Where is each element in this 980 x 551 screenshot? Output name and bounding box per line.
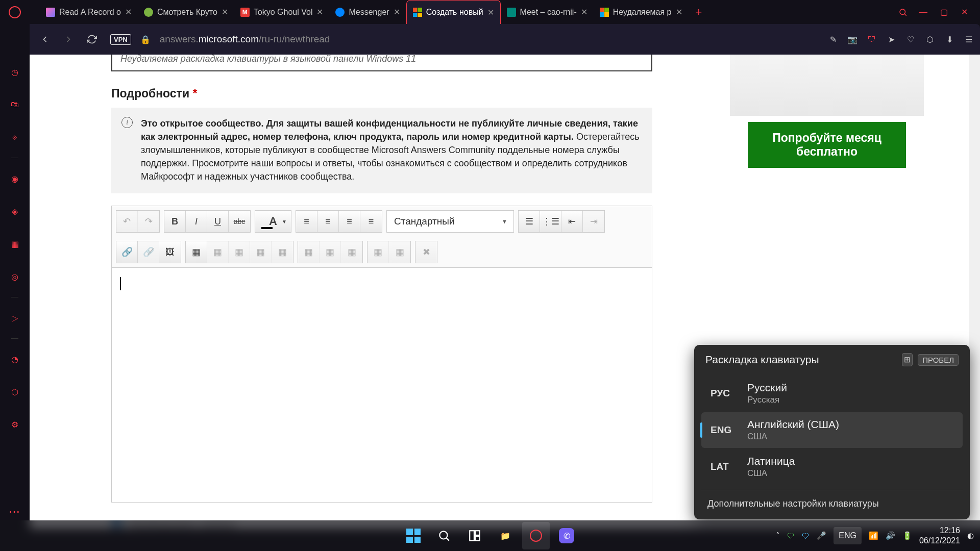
thread-title-input[interactable] xyxy=(111,55,652,71)
instagram-icon[interactable]: ◎ xyxy=(8,269,22,284)
tray-chevron-icon[interactable]: ˄ xyxy=(776,531,780,540)
cell-opt2-button[interactable]: ▦ xyxy=(320,241,341,263)
table-opt1-button[interactable]: ▦ xyxy=(207,241,229,263)
image-button[interactable]: 🖼 xyxy=(159,241,181,263)
page-scrollbar[interactable] xyxy=(969,55,980,529)
more-keyboard-settings[interactable]: Дополнительные настройки клавиатуры xyxy=(698,490,966,517)
editor-body[interactable] xyxy=(111,268,652,503)
more-icon[interactable]: ⋯ xyxy=(9,505,21,518)
task-search-button[interactable] xyxy=(430,522,458,549)
close-icon[interactable]: ✕ xyxy=(394,7,400,17)
close-icon[interactable]: ✕ xyxy=(316,7,323,17)
lock-icon[interactable]: 🔒 xyxy=(140,35,151,44)
italic-button[interactable]: I xyxy=(186,211,207,232)
tab-2[interactable]: M Tokyo Ghoul Vol ✕ xyxy=(234,0,330,24)
close-window-button[interactable]: ✕ xyxy=(960,8,969,17)
indent-button[interactable]: ⇥ xyxy=(583,211,604,232)
wifi-icon[interactable]: 📶 xyxy=(869,531,878,540)
unlink-button[interactable]: 🔗̸ xyxy=(138,241,159,263)
tray-defender-icon[interactable]: 🛡 xyxy=(802,532,810,540)
ordered-list-button[interactable]: ☰ xyxy=(519,211,540,232)
align-justify-button[interactable]: ≡ xyxy=(360,211,382,232)
redo-button[interactable]: ↷ xyxy=(138,211,159,232)
tab-4-active[interactable]: Создать новый ✕ xyxy=(406,0,501,24)
layout-item-rus[interactable]: РУС Русский Русская xyxy=(701,375,963,411)
cube-icon[interactable]: ⬡ xyxy=(925,34,935,44)
send-icon[interactable]: ➤ xyxy=(886,34,896,44)
history-icon[interactable]: ◔ xyxy=(8,352,22,366)
start-button[interactable] xyxy=(400,522,427,549)
cell-opt4-button[interactable]: ▦ xyxy=(368,241,389,263)
remove-format-button[interactable]: ✖ xyxy=(415,241,437,263)
cell-opt1-button[interactable]: ▦ xyxy=(298,241,320,263)
notes-icon[interactable]: ✎ xyxy=(828,34,838,44)
close-icon[interactable]: ✕ xyxy=(676,7,682,17)
unordered-list-button[interactable]: ⋮☰ xyxy=(540,211,561,232)
tray-security-icon[interactable]: 🛡 xyxy=(787,532,795,540)
new-tab-button[interactable]: + xyxy=(689,6,709,19)
whatsapp-icon[interactable]: ◉ xyxy=(8,171,22,186)
task-view-button[interactable] xyxy=(461,522,488,549)
clock[interactable]: 12:16 06/12/2021 xyxy=(919,525,960,546)
vpn-badge[interactable]: VPN xyxy=(110,34,131,45)
viber-app[interactable]: ✆ xyxy=(553,522,580,549)
minimize-button[interactable]: — xyxy=(919,8,928,17)
tab-1[interactable]: Смотреть Круто ✕ xyxy=(138,0,234,24)
easy-setup-icon[interactable]: ☰ xyxy=(964,34,974,44)
extensions-icon[interactable]: ⬡ xyxy=(8,385,22,399)
volume-icon[interactable]: 🔊 xyxy=(886,531,895,540)
underline-button[interactable]: U xyxy=(207,211,229,232)
close-icon[interactable]: ✕ xyxy=(125,7,132,17)
table-opt2-button[interactable]: ▦ xyxy=(229,241,250,263)
tray-language-button[interactable]: ENG xyxy=(834,527,862,544)
download-icon[interactable]: ⬇ xyxy=(944,34,954,44)
telegram-icon[interactable]: ◈ xyxy=(8,204,22,218)
cell-opt5-button[interactable]: ▦ xyxy=(389,241,410,263)
url-field[interactable]: answers.microsoft.com/ru-ru/newthread xyxy=(160,34,823,45)
link-button[interactable]: 🔗 xyxy=(116,241,138,263)
opera-menu-button[interactable] xyxy=(0,0,30,24)
tab-0[interactable]: Read A Record o ✕ xyxy=(40,0,138,24)
camera-icon[interactable]: 📷 xyxy=(847,34,857,44)
close-icon[interactable]: ✕ xyxy=(581,7,587,17)
search-tabs-button[interactable] xyxy=(898,8,908,17)
cell-opt3-button[interactable]: ▦ xyxy=(341,241,362,263)
heart-icon[interactable]: ♡ xyxy=(905,34,916,44)
reload-button[interactable] xyxy=(83,30,101,48)
shield-icon[interactable]: 🛡 xyxy=(867,34,877,44)
close-icon[interactable]: ✕ xyxy=(222,7,228,17)
table-button[interactable]: ▦ xyxy=(186,241,207,263)
close-icon[interactable]: ✕ xyxy=(487,8,494,17)
bold-button[interactable]: B xyxy=(164,211,186,232)
settings-icon[interactable]: ⚙ xyxy=(8,417,22,432)
align-center-button[interactable]: ≡ xyxy=(317,211,339,232)
forward-button[interactable] xyxy=(59,30,78,48)
align-left-button[interactable]: ≡ xyxy=(296,211,317,232)
opera-app[interactable] xyxy=(522,522,550,549)
bag-icon[interactable]: 🛍 xyxy=(8,97,22,112)
tray-mic-icon[interactable]: 🎤 xyxy=(817,531,826,540)
table-opt4-button[interactable]: ▦ xyxy=(272,241,293,263)
file-explorer-app[interactable]: 📁 xyxy=(492,522,519,549)
layout-item-lat[interactable]: LAT Латиница США xyxy=(701,449,963,485)
strikethrough-button[interactable]: abc xyxy=(229,211,250,232)
undo-button[interactable]: ↶ xyxy=(116,211,138,232)
promo-cta-button[interactable]: Попробуйте месяц бесплатно xyxy=(748,122,906,168)
back-button[interactable] xyxy=(36,30,54,48)
player-icon[interactable]: ▷ xyxy=(8,311,22,325)
table-opt3-button[interactable]: ▦ xyxy=(250,241,272,263)
speed-icon[interactable]: ◷ xyxy=(8,65,22,79)
battery-icon[interactable]: 🔋 xyxy=(902,531,912,540)
tab-5[interactable]: Meet – cao-rnii- ✕ xyxy=(501,0,594,24)
align-right-button[interactable]: ≡ xyxy=(339,211,360,232)
vk-icon[interactable]: ▦ xyxy=(8,237,22,251)
font-color-button[interactable]: A xyxy=(255,211,291,232)
tab-3[interactable]: Messenger ✕ xyxy=(329,0,406,24)
twitch-icon[interactable]: ⟐ xyxy=(8,130,22,144)
layout-item-eng[interactable]: ENG Английский (США) США xyxy=(701,412,963,448)
tab-6[interactable]: Неудаляемая р ✕ xyxy=(594,0,689,24)
paragraph-format-select[interactable]: Стандартный xyxy=(386,210,514,233)
maximize-button[interactable]: ▢ xyxy=(939,8,948,17)
notifications-icon[interactable]: ◐ xyxy=(967,531,974,540)
outdent-button[interactable]: ⇤ xyxy=(561,211,583,232)
